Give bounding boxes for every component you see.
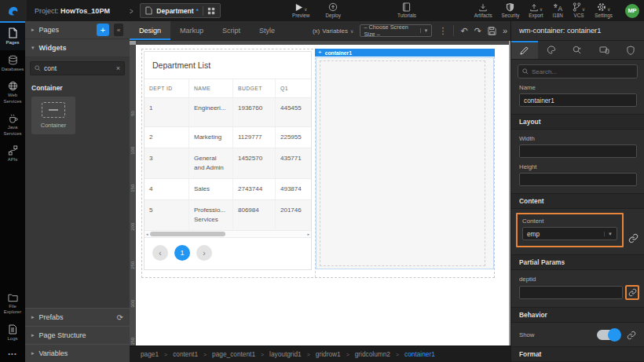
database-icon [8, 55, 18, 65]
bind-link-icon[interactable] [628, 233, 639, 243]
settings-button[interactable]: ∨ Settings [595, 3, 613, 18]
breadcrumb-item[interactable]: gridrow1 [316, 350, 341, 358]
properties-search-input[interactable] [532, 68, 633, 75]
artifacts-button[interactable]: Artifacts [474, 3, 492, 18]
deploy-button[interactable]: Deploy [325, 3, 341, 18]
pagination-prev-button[interactable]: ‹ [152, 245, 168, 261]
collapse-right-panel-icon[interactable]: » [503, 27, 507, 35]
rail-overflow-button[interactable]: ••• [0, 346, 25, 362]
column-header-budget[interactable]: BUDGET [233, 79, 276, 97]
prefabs-section-header[interactable]: ▸ Prefabs ⟳ [25, 308, 130, 326]
page-structure-section-header[interactable]: ▸ Page Structure [25, 326, 130, 344]
breadcrumb-item-active[interactable]: container1 [404, 350, 435, 358]
tab-style[interactable]: Style [250, 21, 284, 40]
breadcrumb-item[interactable]: page1 [141, 350, 159, 358]
layout-grid-row[interactable]: Department List DEPT ID NAME BUDGET Q1 1… [141, 49, 495, 278]
tab-devices[interactable] [591, 41, 617, 59]
preview-button[interactable]: ∨ Preview [292, 3, 309, 18]
tab-script[interactable]: Script [213, 21, 250, 40]
page-tab[interactable]: Department * [140, 3, 221, 18]
globe-icon [8, 81, 18, 91]
rail-item-java-services[interactable]: Java Services [0, 108, 25, 141]
app-logo[interactable] [0, 0, 27, 21]
screen-size-dropdown[interactable]: – Choose Screen Size – ▼ [360, 24, 432, 37]
table-horizontal-scrollbar[interactable]: ◂ ▸ [145, 231, 311, 238]
tab-design[interactable]: Design [130, 21, 170, 40]
collapse-panel-button[interactable]: « [114, 24, 123, 36]
tab-styles[interactable] [538, 41, 565, 59]
rail-item-pages[interactable]: Pages [0, 21, 25, 50]
more-options-icon[interactable]: ⋮ [438, 27, 447, 35]
widget-search-input[interactable] [44, 64, 113, 72]
deptid-bind-highlight-box[interactable] [625, 285, 639, 300]
tab-properties[interactable] [511, 41, 538, 59]
breadcrumb-item[interactable]: layoutgrid1 [269, 350, 302, 358]
pagination-page-button[interactable]: 1 [174, 245, 190, 261]
content-select[interactable]: emp ▼ [522, 227, 617, 240]
breadcrumb-item[interactable]: page_content1 [212, 350, 255, 358]
table-row[interactable]: 5 Professio... Services 806984 201746 [145, 200, 311, 231]
vcs-button[interactable]: ∨ VCS [573, 3, 585, 18]
save-icon[interactable] [488, 27, 496, 35]
height-input[interactable] [519, 173, 637, 186]
refresh-icon[interactable]: ⟳ [117, 313, 123, 322]
bind-link-icon[interactable] [627, 331, 636, 340]
table-row[interactable]: 1 Engineeri... 1936760 445455 [145, 98, 311, 127]
user-avatar[interactable]: MP [625, 4, 639, 18]
scroll-right-icon[interactable]: ▸ [307, 232, 309, 236]
breadcrumb-item[interactable]: content1 [173, 350, 198, 358]
redo-icon[interactable]: ↷ [474, 27, 481, 35]
width-input[interactable] [519, 144, 637, 158]
container-widget-tile[interactable]: Container [31, 97, 75, 134]
grid-view-icon[interactable] [207, 7, 215, 15]
chevron-down-icon: ∨ [582, 6, 585, 12]
widgets-section-header[interactable]: ▾ Widgets [25, 39, 130, 57]
container1-widget[interactable] [316, 57, 494, 269]
table-row[interactable]: 3 General and Admin 1452570 435771 [145, 148, 311, 179]
left-panel-bottom: ▸ Prefabs ⟳ ▸ Page Structure ▸ Variables [25, 308, 130, 362]
name-input[interactable] [519, 93, 637, 107]
download-icon [478, 3, 488, 12]
selected-widget-tag[interactable]: + container1 [315, 49, 495, 57]
rail-item-logs[interactable]: Logs [0, 320, 25, 346]
grid-column-2[interactable]: + container1 [315, 49, 494, 277]
undo-icon[interactable]: ↶ [460, 27, 467, 35]
data-table-widget[interactable]: Department List DEPT ID NAME BUDGET Q1 1… [144, 51, 312, 270]
security-button[interactable]: Security [502, 3, 520, 18]
section-layout: Layout [511, 114, 644, 130]
rail-item-file-explorer[interactable]: File Explorer [0, 288, 25, 320]
scrollbar-thumb[interactable] [150, 232, 225, 236]
tab-events[interactable] [565, 41, 591, 59]
tab-security[interactable] [617, 41, 644, 59]
chevron-right-icon[interactable]: > [130, 6, 134, 16]
container1-inner-dropzone[interactable] [320, 60, 485, 266]
tab-markup[interactable]: Markup [170, 21, 213, 40]
page-surface[interactable]: Department List DEPT ID NAME BUDGET Q1 1… [136, 45, 509, 346]
grid-column-1[interactable]: Department List DEPT ID NAME BUDGET Q1 1… [142, 49, 315, 277]
show-toggle[interactable] [597, 330, 620, 340]
pagination-next-button[interactable]: › [196, 245, 212, 261]
variables-dropdown[interactable]: (x) Variables ∨ [313, 27, 354, 35]
variables-section-header[interactable]: ▸ Variables [25, 344, 130, 362]
language-icon: A [553, 3, 563, 12]
column-header-q1[interactable]: Q1 [276, 79, 311, 97]
table-row[interactable]: 4 Sales 2743744 493874 [145, 179, 311, 200]
section-format: Format [511, 346, 644, 362]
clear-search-icon[interactable]: × [116, 64, 120, 72]
column-header-name[interactable]: NAME [189, 79, 233, 97]
table-row[interactable]: 2 Marketing 1129777 225955 [145, 127, 311, 148]
tutorials-button[interactable]: Tutorials [397, 3, 416, 18]
export-button[interactable]: ∨ Export [529, 3, 543, 18]
drag-handle-icon[interactable]: + [318, 49, 322, 56]
rail-item-databases[interactable]: Databases [0, 50, 25, 77]
rail-item-apis[interactable]: APIs [0, 141, 25, 167]
column-header-deptid[interactable]: DEPT ID [145, 79, 189, 97]
i18n-button[interactable]: A I18N [553, 3, 563, 18]
scroll-left-icon[interactable]: ◂ [146, 232, 148, 236]
breadcrumb-item[interactable]: gridcolumn2 [355, 350, 390, 358]
pages-section-header[interactable]: ▸ Pages + « [25, 21, 130, 39]
deptid-input[interactable] [519, 286, 623, 299]
add-page-button[interactable]: + [97, 24, 109, 36]
cell: 1936760 [233, 98, 276, 126]
rail-item-web-services[interactable]: Web Services [0, 76, 25, 108]
